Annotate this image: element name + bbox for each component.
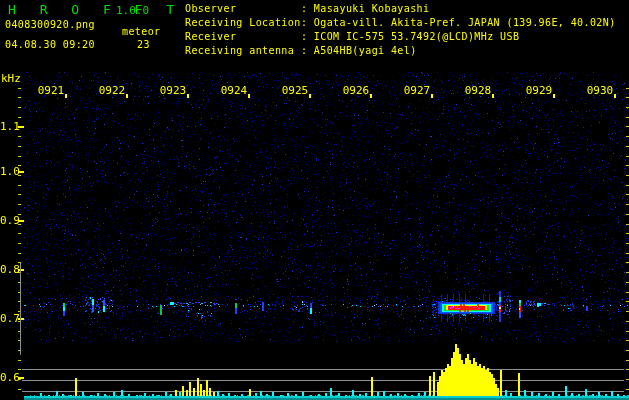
- station-info-block: Observer: Masayuki KobayashiReceiving Lo…: [185, 2, 616, 58]
- info-value: : ICOM IC-575 53.7492(@LCD)MHz USB: [301, 31, 519, 42]
- echo-count: 23: [137, 39, 150, 50]
- y-axis-unit-label: kHz: [1, 72, 21, 85]
- x-tick-label-0921: 0921: [35, 84, 67, 97]
- hrofft-output-image: H R O F F T 1.0.0 0408300920.png meteor …: [0, 0, 629, 400]
- x-tick-label-0922: 0922: [96, 84, 128, 97]
- y-tick-label-0.9: 0.9: [0, 214, 18, 227]
- x-tick-label-0929: 0929: [523, 84, 555, 97]
- info-value: : A504HB(yagi 4el): [301, 45, 417, 56]
- info-label: Receiver: [185, 30, 301, 44]
- info-value: : Ogata-vill. Akita-Pref. JAPAN (139.96E…: [301, 17, 616, 28]
- x-tick-label-0928: 0928: [462, 84, 494, 97]
- output-filename: 0408300920.png: [5, 19, 95, 30]
- x-tick-label-0927: 0927: [401, 84, 433, 97]
- x-tick-label-0930: 0930: [584, 84, 616, 97]
- y-tick-label-1.1: 1.1: [0, 120, 18, 133]
- info-label: Observer: [185, 2, 301, 16]
- info-value: : Masayuki Kobayashi: [301, 3, 429, 14]
- spectrogram-canvas: [0, 0, 629, 400]
- x-tick-label-0925: 0925: [279, 84, 311, 97]
- y-tick-label-0.8: 0.8: [0, 263, 18, 276]
- x-tick-label-0923: 0923: [157, 84, 189, 97]
- info-row: Observer: Masayuki Kobayashi: [185, 2, 616, 16]
- info-row: Receiving antenna: A504HB(yagi 4el): [185, 44, 616, 58]
- app-title: H R O F F T: [8, 2, 182, 17]
- y-tick-label-0.7: 0.7: [0, 312, 18, 325]
- app-version: 1.0.0: [116, 4, 149, 17]
- info-label: Receiving antenna: [185, 44, 301, 58]
- info-label: Receiving Location: [185, 16, 301, 30]
- y-tick-label-1.0: 1.0: [0, 165, 18, 178]
- x-tick-label-0926: 0926: [340, 84, 372, 97]
- x-tick-label-0924: 0924: [218, 84, 250, 97]
- record-datetime: 04.08.30 09:20: [5, 39, 95, 50]
- info-row: Receiver: ICOM IC-575 53.7492(@LCD)MHz U…: [185, 30, 616, 44]
- info-row: Receiving Location: Ogata-vill. Akita-Pr…: [185, 16, 616, 30]
- y-tick-label-0.6: 0.6: [0, 371, 18, 384]
- mode-label: meteor: [122, 26, 161, 37]
